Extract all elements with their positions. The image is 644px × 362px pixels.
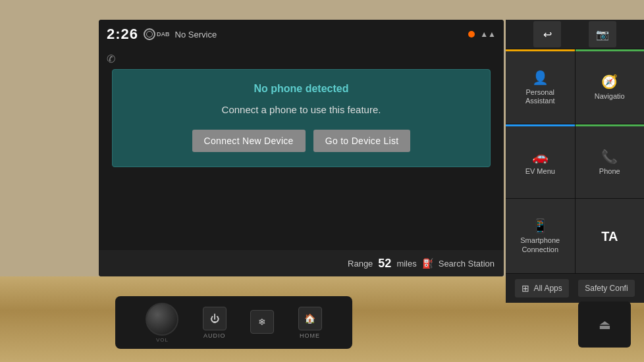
phone-label: Phone [599,167,620,176]
range-unit: miles [396,259,416,269]
phone-right-icon: 📞 [601,149,618,165]
personal-assistant-label: PersonalAssistant [525,88,555,105]
home-icon: 🏠 [298,307,322,330]
right-small-box[interactable]: ⏏ [578,301,631,348]
navigation-button[interactable]: 🧭 Navigatio [576,49,645,124]
status-bar: 2:26 DAB No Service ▲▲ [99,20,504,49]
range-label: Range [348,259,373,269]
dab-label: DAB [157,31,170,38]
clock-display: 2:26 [107,26,138,43]
dialog-buttons: Connect New Device Go to Device List [126,130,477,152]
search-station-text: Search Station [439,259,495,269]
audio-button[interactable]: ⏻ AUDIO [203,307,227,339]
dab-icon: DAB [144,28,170,40]
audio-icon: ⏻ [203,307,227,330]
info-bar: Range 52 miles ⛽ Search Station [99,250,504,276]
dialog-message: Connect a phone to use this feature. [126,104,477,115]
back-icon: ↩ [543,28,552,41]
camera-icon: 📷 [596,28,609,41]
ev-menu-icon: 🚗 [532,149,549,165]
ev-menu-button[interactable]: 🚗 EV Menu [506,124,575,199]
go-to-device-list-button[interactable]: Go to Device List [313,130,411,152]
all-apps-label: All Apps [533,284,562,293]
safety-config-button[interactable]: Safety Confi [578,280,634,297]
main-screen: 2:26 DAB No Service ▲▲ ✆ No phone detect… [99,20,504,276]
phone-icon-area: ✆ [99,49,504,69]
climate-icon: ❄ [250,310,274,334]
navigation-icon: 🧭 [601,74,618,90]
dab-circle-icon [144,28,155,40]
smartphone-icon: 📱 [532,218,549,234]
right-panel-bottom-bar: ⊞ All Apps Safety Confi [506,274,644,303]
right-box-icon: ⏏ [599,317,611,332]
no-service-text: No Service [175,30,464,39]
right-panel: ↩ 📷 👤 PersonalAssistant 🧭 Navigatio 🚗 EV… [506,20,644,303]
phone-button[interactable]: 📞 Phone [576,124,645,199]
signal-icon: ▲▲ [480,30,496,39]
fuel-icon: ⛽ [422,258,433,269]
connect-new-device-button[interactable]: Connect New Device [192,130,306,152]
right-panel-top-bar: ↩ 📷 [506,20,644,49]
safety-config-label: Safety Confi [585,284,628,293]
vol-label: VOL [146,337,178,343]
smartphone-connection-label: SmartphoneConnection [520,236,560,253]
phone-icon: ✆ [107,53,115,65]
dialog-title: No phone detected [126,83,477,95]
navigation-label: Navigatio [595,92,625,101]
ev-menu-label: EV Menu [525,167,555,176]
control-strip: VOL ⏻ AUDIO ❄ 🏠 HOME [115,296,352,349]
home-button[interactable]: 🏠 HOME [298,307,322,339]
home-label: HOME [300,332,320,339]
climate-button[interactable]: ❄ [250,310,274,336]
audio-label: AUDIO [203,332,226,339]
smartphone-connection-button[interactable]: 📱 SmartphoneConnection [506,199,575,273]
personal-assistant-icon: 👤 [532,70,549,86]
grid-icon: ⊞ [522,283,529,294]
all-apps-button[interactable]: ⊞ All Apps [515,279,568,297]
orange-notification-dot [468,31,475,38]
volume-knob[interactable]: VOL [146,303,178,343]
ta-button[interactable]: TA [576,199,645,273]
ta-label: TA [601,228,618,244]
personal-assistant-button[interactable]: 👤 PersonalAssistant [506,49,575,124]
camera-button[interactable]: 📷 [589,21,616,47]
back-button[interactable]: ↩ [533,21,561,47]
no-phone-dialog: No phone detected Connect a phone to use… [112,69,491,167]
range-value: 52 [378,257,391,271]
